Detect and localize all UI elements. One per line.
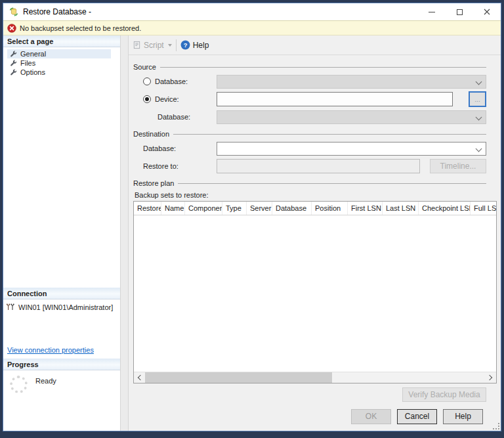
- resize-grip[interactable]: [493, 423, 499, 429]
- source-device-label: Device:: [155, 95, 179, 103]
- device-input[interactable]: [217, 92, 453, 106]
- minimize-icon: [429, 12, 435, 12]
- pane-splitter[interactable]: [120, 35, 129, 431]
- grid-column-header[interactable]: Type: [222, 202, 247, 215]
- grid-column-header[interactable]: Last LSN: [383, 202, 419, 215]
- maximize-button[interactable]: [446, 3, 473, 20]
- window-title: Restore Database -: [23, 7, 91, 16]
- source-rule: [160, 67, 486, 68]
- general-page: Source Database:: [129, 55, 501, 431]
- sidebar-page-item[interactable]: Files: [7, 58, 111, 68]
- restore-plan-rule: [178, 183, 486, 184]
- error-icon: [7, 24, 16, 33]
- grid-column-header[interactable]: Position: [312, 202, 348, 215]
- timeline-button[interactable]: Timeline...: [430, 159, 486, 173]
- help-button[interactable]: ? Help: [180, 40, 209, 50]
- svg-text:?: ?: [183, 42, 187, 49]
- wrench-icon: [10, 51, 17, 58]
- help-footer-button[interactable]: Help: [443, 409, 483, 424]
- browse-device-button[interactable]: ...: [469, 91, 486, 107]
- connection-header: Connection: [3, 288, 120, 299]
- window-frame: Restore Database - No backupset selected…: [0, 0, 504, 438]
- dialog-footer: OK Cancel Help: [133, 402, 497, 431]
- maximize-icon: [457, 9, 463, 15]
- select-a-page-header: Select a page: [3, 35, 120, 47]
- close-button[interactable]: [473, 3, 501, 20]
- verify-backup-media-button[interactable]: Verify Backup Media: [402, 387, 486, 402]
- device-database-combo: [217, 110, 486, 124]
- progress-panel: Ready: [3, 370, 120, 431]
- scrollbar-thumb[interactable]: [145, 372, 332, 383]
- grid-column-header[interactable]: Checkpoint LSN: [419, 202, 471, 215]
- toolbar-separator: [176, 39, 177, 51]
- grid-column-header[interactable]: Server: [247, 202, 272, 215]
- page-item-label: General: [20, 50, 46, 58]
- source-database-label: Database:: [155, 77, 188, 85]
- view-connection-properties-link[interactable]: View connection properties: [7, 346, 94, 354]
- backup-sets-label: Backup sets to restore:: [135, 191, 486, 199]
- scrollbar-track[interactable]: [145, 372, 485, 383]
- source-device-database-label: Database:: [158, 113, 190, 121]
- restore-database-dialog: Restore Database - No backupset selected…: [3, 3, 501, 431]
- script-button[interactable]: Script: [133, 41, 172, 50]
- destination-rule: [173, 134, 486, 135]
- scroll-right-button[interactable]: [485, 372, 496, 383]
- grid-column-header[interactable]: Name: [161, 202, 185, 215]
- sidebar: Select a page General Files Options: [3, 35, 120, 431]
- warning-text: No backupset selected to be restored.: [20, 24, 141, 32]
- page-list: General Files Options: [3, 47, 120, 78]
- wrench-icon: [10, 69, 17, 76]
- main-pane: Script ? Help Source: [129, 35, 501, 431]
- destination-database-label: Database:: [143, 144, 176, 152]
- sidebar-page-item[interactable]: Options: [7, 68, 111, 77]
- restore-plan-group-title: Restore plan: [133, 179, 486, 187]
- title-bar[interactable]: Restore Database -: [3, 3, 501, 20]
- connection-server: WIN01 [WIN01\Administrator]: [18, 303, 113, 311]
- warning-banner: No backupset selected to be restored.: [3, 20, 501, 35]
- connection-item: WIN01 [WIN01\Administrator]: [6, 303, 117, 312]
- destination-title-label: Destination: [133, 130, 169, 138]
- page-item-label: Files: [20, 59, 35, 67]
- sidebar-spacer: [3, 78, 120, 288]
- grid-column-header[interactable]: Component: [185, 202, 222, 215]
- cancel-button[interactable]: Cancel: [397, 409, 437, 424]
- window-controls: [418, 3, 501, 20]
- source-database-combo: [217, 75, 486, 89]
- restore-database-icon: [9, 7, 19, 17]
- scroll-right-icon: [487, 375, 492, 380]
- ok-button[interactable]: OK: [351, 409, 391, 424]
- sidebar-page-item[interactable]: General: [7, 49, 111, 58]
- toolbar: Script ? Help: [129, 35, 501, 55]
- grid-column-header[interactable]: Database: [272, 202, 312, 215]
- destination-database-combo[interactable]: [217, 142, 486, 156]
- source-device-radio[interactable]: [143, 95, 151, 103]
- grid-column-header[interactable]: Full LSN: [471, 202, 496, 215]
- scroll-left-icon: [138, 375, 143, 380]
- grid-column-header[interactable]: Restore: [134, 202, 161, 215]
- progress-spinner-icon: [10, 376, 28, 393]
- grid-header-row: RestoreNameComponentTypeServerDatabasePo…: [134, 202, 496, 215]
- progress-status: Ready: [35, 377, 56, 431]
- script-icon: [133, 41, 141, 49]
- grid-column-header[interactable]: First LSN: [348, 202, 383, 215]
- minimize-button[interactable]: [418, 3, 446, 20]
- restore-to-label: Restore to:: [143, 162, 178, 170]
- source-title-label: Source: [133, 63, 156, 71]
- wrench-icon: [10, 60, 17, 67]
- help-label: Help: [193, 41, 209, 50]
- page-item-label: Options: [20, 68, 45, 76]
- backup-sets-grid[interactable]: RestoreNameComponentTypeServerDatabasePo…: [133, 201, 497, 383]
- source-database-radio[interactable]: [143, 77, 151, 85]
- connection-panel: WIN01 [WIN01\Administrator] View connect…: [3, 299, 120, 359]
- script-label: Script: [144, 41, 164, 50]
- grid-body-empty: [134, 215, 496, 372]
- scroll-left-button[interactable]: [134, 372, 145, 383]
- chevron-down-icon: [476, 78, 482, 85]
- script-dropdown-icon: [168, 44, 172, 47]
- connection-user-icon: [6, 303, 15, 312]
- chevron-down-icon: [476, 114, 482, 120]
- help-icon: ?: [180, 40, 190, 50]
- horizontal-scrollbar[interactable]: [134, 372, 496, 383]
- close-icon: [484, 9, 490, 15]
- restore-to-input: [217, 159, 420, 173]
